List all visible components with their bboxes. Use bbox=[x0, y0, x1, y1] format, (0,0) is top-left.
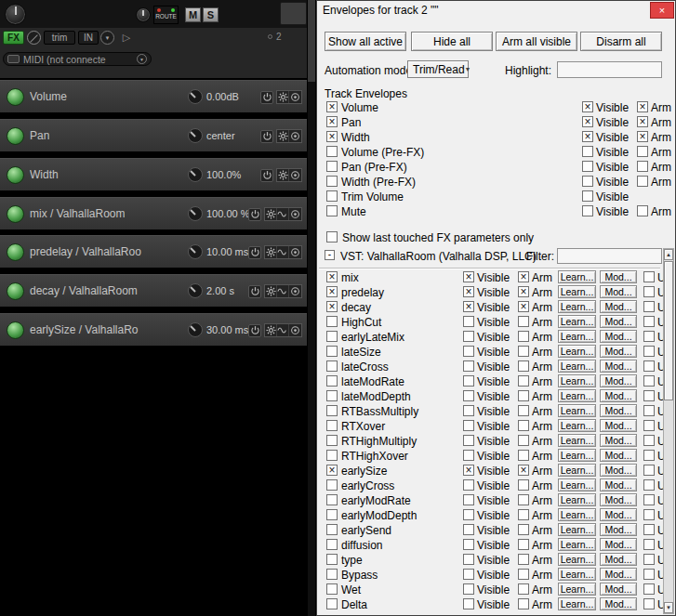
arm-checkbox[interactable] bbox=[518, 524, 529, 535]
visible-checkbox[interactable] bbox=[463, 435, 474, 446]
chevron-down-icon[interactable]: ▼ bbox=[100, 31, 114, 45]
learn-button[interactable]: Learn... bbox=[558, 464, 596, 477]
params-scrollbar[interactable]: ▲ ▼ bbox=[663, 248, 674, 614]
mute-button[interactable]: M bbox=[185, 7, 201, 22]
arm-checkbox[interactable] bbox=[637, 176, 648, 187]
wave-icon[interactable] bbox=[277, 285, 289, 297]
collapse-toggle[interactable]: - bbox=[325, 250, 335, 260]
learn-button[interactable]: Learn... bbox=[558, 285, 596, 298]
visible-checkbox[interactable] bbox=[463, 554, 474, 565]
visible-checkbox[interactable] bbox=[582, 146, 593, 157]
arm-checkbox[interactable] bbox=[518, 479, 529, 491]
param-checkbox[interactable] bbox=[326, 375, 338, 387]
mod-button[interactable]: Mod... bbox=[600, 508, 637, 521]
visible-checkbox[interactable] bbox=[463, 375, 474, 387]
ui-checkbox[interactable] bbox=[643, 569, 655, 580]
visible-checkbox[interactable] bbox=[463, 390, 474, 401]
arm-checkbox[interactable] bbox=[637, 146, 648, 157]
scroll-down-icon[interactable]: ▼ bbox=[664, 602, 673, 613]
learn-button[interactable]: Learn... bbox=[558, 374, 596, 387]
lane-param-knob[interactable] bbox=[188, 283, 203, 298]
learn-button[interactable]: Learn... bbox=[558, 449, 596, 462]
arm-checkbox[interactable] bbox=[518, 405, 529, 416]
lane-param-knob[interactable] bbox=[188, 322, 203, 337]
filter-input[interactable] bbox=[557, 248, 662, 264]
arm-checkbox[interactable] bbox=[518, 420, 529, 431]
ui-checkbox[interactable] bbox=[643, 479, 655, 491]
param-checkbox[interactable] bbox=[326, 554, 338, 565]
visible-checkbox[interactable] bbox=[582, 176, 593, 187]
ui-checkbox[interactable] bbox=[643, 286, 655, 297]
mod-button[interactable]: Mod... bbox=[600, 553, 637, 566]
ui-checkbox[interactable] bbox=[643, 494, 655, 505]
mod-button[interactable]: Mod... bbox=[600, 419, 637, 432]
visible-checkbox[interactable] bbox=[582, 131, 593, 142]
route-button[interactable]: ROUTE bbox=[153, 6, 179, 24]
power-button[interactable] bbox=[260, 91, 273, 104]
gear-icon[interactable] bbox=[265, 324, 277, 336]
param-checkbox[interactable] bbox=[326, 509, 338, 520]
param-checkbox[interactable] bbox=[326, 479, 338, 491]
arm-checkbox[interactable] bbox=[637, 116, 648, 127]
mod-target-icon[interactable] bbox=[289, 169, 301, 181]
vertical-scrollbar-thumb[interactable] bbox=[308, 0, 315, 82]
visible-checkbox[interactable] bbox=[463, 598, 474, 609]
envelope-value-knob[interactable] bbox=[7, 205, 24, 223]
envelope-value-knob[interactable] bbox=[7, 88, 24, 106]
learn-button[interactable]: Learn... bbox=[558, 523, 596, 536]
visible-checkbox[interactable] bbox=[463, 539, 474, 550]
visible-checkbox[interactable] bbox=[463, 301, 474, 312]
param-checkbox[interactable] bbox=[326, 286, 338, 297]
arm-checkbox[interactable] bbox=[518, 271, 529, 282]
param-checkbox[interactable] bbox=[326, 435, 338, 446]
envelope-lane[interactable]: Pan center bbox=[0, 119, 307, 151]
ui-checkbox[interactable] bbox=[643, 435, 655, 446]
volume-knob[interactable] bbox=[5, 4, 26, 25]
mod-button[interactable]: Mod... bbox=[600, 330, 637, 343]
param-checkbox[interactable] bbox=[326, 405, 338, 416]
visible-checkbox[interactable] bbox=[463, 479, 474, 491]
ui-checkbox[interactable] bbox=[643, 539, 655, 550]
arm-checkbox[interactable] bbox=[637, 101, 648, 112]
ui-checkbox[interactable] bbox=[643, 346, 655, 357]
visible-checkbox[interactable] bbox=[463, 450, 474, 461]
visible-checkbox[interactable] bbox=[463, 583, 474, 595]
visible-checkbox[interactable] bbox=[463, 360, 474, 372]
solo-button[interactable]: S bbox=[203, 7, 219, 22]
mod-button[interactable]: Mod... bbox=[600, 315, 637, 328]
wave-icon[interactable] bbox=[277, 324, 289, 336]
learn-button[interactable]: Learn... bbox=[558, 538, 596, 551]
arm-checkbox[interactable] bbox=[518, 494, 529, 505]
learn-button[interactable]: Learn... bbox=[558, 315, 596, 328]
mod-button[interactable]: Mod... bbox=[600, 404, 637, 417]
visible-checkbox[interactable] bbox=[582, 161, 593, 172]
param-checkbox[interactable] bbox=[326, 539, 338, 550]
scrollbar-thumb[interactable] bbox=[664, 261, 673, 400]
visible-checkbox[interactable] bbox=[463, 331, 474, 342]
arm-checkbox[interactable] bbox=[518, 450, 529, 461]
param-checkbox[interactable] bbox=[326, 494, 338, 505]
mod-button[interactable]: Mod... bbox=[600, 374, 637, 387]
mod-button[interactable]: Mod... bbox=[600, 464, 637, 477]
mod-button[interactable]: Mod... bbox=[600, 597, 637, 610]
learn-button[interactable]: Learn... bbox=[558, 389, 596, 402]
learn-button[interactable]: Learn... bbox=[558, 345, 596, 358]
fx-button[interactable]: FX bbox=[3, 31, 24, 45]
arm-checkbox[interactable] bbox=[518, 465, 529, 476]
mod-button[interactable]: Mod... bbox=[600, 568, 637, 581]
fx-bypass-icon[interactable] bbox=[27, 31, 41, 45]
monitor-arrow-icon[interactable]: ▷ bbox=[119, 31, 134, 45]
mod-button[interactable]: Mod... bbox=[600, 478, 637, 491]
learn-button[interactable]: Learn... bbox=[558, 597, 596, 610]
lane-param-knob[interactable] bbox=[188, 167, 203, 182]
visible-checkbox[interactable] bbox=[582, 190, 593, 202]
learn-button[interactable]: Learn... bbox=[558, 568, 596, 581]
learn-button[interactable]: Learn... bbox=[558, 434, 596, 447]
ui-checkbox[interactable] bbox=[643, 360, 655, 372]
learn-button[interactable]: Learn... bbox=[558, 360, 596, 373]
arm-checkbox[interactable] bbox=[518, 583, 529, 595]
lane-param-knob[interactable] bbox=[188, 89, 203, 104]
param-checkbox[interactable] bbox=[326, 420, 338, 431]
envelope-checkbox[interactable] bbox=[326, 176, 338, 187]
mod-button[interactable]: Mod... bbox=[600, 389, 637, 402]
